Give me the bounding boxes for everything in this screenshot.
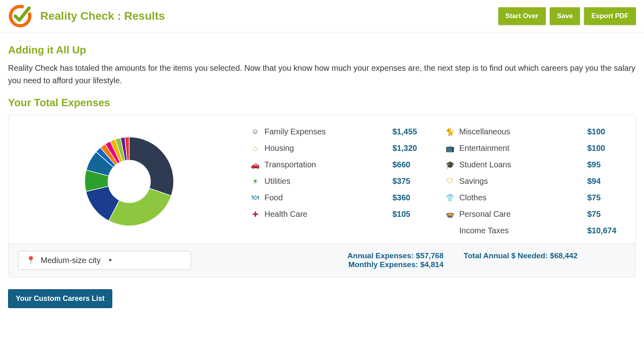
category-icon: 🚗 (250, 160, 260, 169)
category-value: $100 (587, 144, 627, 153)
category-label: Clothes (459, 193, 583, 202)
legend-row: Income Taxes$10,674 (445, 226, 627, 235)
total-needed: Total Annual $ Needed: $68,442 (464, 251, 578, 260)
category-icon: ⌂ (250, 144, 260, 152)
start-over-button[interactable]: Start Over (498, 7, 546, 25)
total-needed-label: Total Annual $ Needed: (464, 251, 548, 260)
category-value: $360 (392, 193, 433, 202)
donut-slice (129, 137, 173, 195)
annual-expenses-label: Annual Expenses: (347, 251, 414, 260)
category-label: Utilities (264, 177, 388, 186)
category-value: $100 (587, 127, 627, 136)
legend-row: 📺Entertainment$100 (445, 144, 627, 153)
expense-panel: ☺Family Expenses$1,455⌂Housing$1,320🚗Tra… (8, 115, 636, 277)
expense-footer: 📍 Medium-size city ▼ Annual Expenses: $5… (8, 243, 636, 277)
category-label: Housing (264, 144, 388, 153)
category-label: Savings (459, 177, 583, 186)
expense-body: ☺Family Expenses$1,455⌂Housing$1,320🚗Tra… (8, 115, 636, 243)
category-icon: ☺ (250, 128, 260, 136)
category-icon: 🛡 (445, 177, 455, 185)
category-icon: 👕 (445, 193, 455, 202)
category-value: $95 (587, 160, 627, 169)
legend-row: ✚Health Care$105 (250, 210, 433, 219)
category-value: $660 (392, 160, 433, 169)
legend-row: 🛡Savings$94 (445, 177, 627, 186)
chevron-down-icon: ▼ (108, 257, 113, 263)
page-title: Reality Check : Results (40, 10, 498, 23)
category-value: $1,320 (392, 144, 433, 153)
totals-summary: Annual Expenses: $57,768 Monthly Expense… (207, 251, 626, 269)
category-icon: 🐈 (445, 128, 455, 136)
legend-right-column: 🐈Miscellaneous$100📺Entertainment$100🎓Stu… (445, 127, 627, 235)
category-label: Health Care (264, 210, 388, 219)
legend-left-column: ☺Family Expenses$1,455⌂Housing$1,320🚗Tra… (250, 127, 433, 235)
monthly-expenses-label: Monthly Expenses: (348, 260, 418, 269)
category-value: $375 (392, 177, 433, 186)
intro-text: Reality Check has totaled the amounts fo… (8, 62, 636, 87)
expense-totals: Annual Expenses: $57,768 Monthly Expense… (347, 251, 444, 269)
city-size-select[interactable]: 📍 Medium-size city ▼ (18, 251, 191, 269)
main-content: Adding it All Up Reality Check has total… (0, 33, 644, 320)
adding-up-heading: Adding it All Up (8, 44, 636, 56)
export-pdf-button[interactable]: Export PDF (584, 7, 636, 25)
legend-row: 🐈Miscellaneous$100 (445, 127, 627, 136)
category-value: $75 (587, 210, 627, 219)
donut-chart (17, 133, 242, 230)
monthly-expenses-value: $4,814 (420, 260, 444, 269)
legend-row: ☺Family Expenses$1,455 (250, 127, 433, 136)
category-label: Student Loans (459, 160, 583, 169)
topbar: Reality Check : Results Start Over Save … (0, 0, 644, 33)
category-label: Income Taxes (459, 226, 583, 235)
legend-row: 🎓Student Loans$95 (445, 160, 627, 169)
legend-row: 🍽Food$360 (250, 193, 433, 202)
legend-row: ⌂Housing$1,320 (250, 144, 433, 153)
map-pin-icon: 📍 (26, 255, 36, 265)
save-button[interactable]: Save (550, 7, 580, 25)
legend-row: ☀Utilities$375 (250, 177, 433, 186)
donut-slice (109, 188, 171, 226)
category-label: Personal Care (459, 210, 583, 219)
category-value: $94 (587, 177, 627, 186)
category-icon: 🍽 (250, 193, 260, 202)
category-icon: 🍲 (445, 210, 455, 219)
legend-row: 👕Clothes$75 (445, 193, 627, 202)
category-label: Family Expenses (264, 127, 388, 136)
legend-row: 🍲Personal Care$75 (445, 210, 627, 219)
expense-legend: ☺Family Expenses$1,455⌂Housing$1,320🚗Tra… (250, 127, 627, 235)
category-icon: 🎓 (445, 160, 455, 169)
total-needed-value: $68,442 (550, 251, 578, 260)
logo-checkmark-icon (8, 4, 32, 28)
annual-expenses-value: $57,768 (416, 251, 444, 260)
city-selected-label: Medium-size city (41, 256, 101, 265)
category-icon: ☀ (250, 177, 260, 186)
category-icon: ✚ (250, 210, 260, 219)
category-label: Miscellaneous (459, 127, 583, 136)
legend-row: 🚗Transportation$660 (250, 160, 433, 169)
total-expenses-heading: Your Total Expenses (8, 97, 636, 109)
category-icon: 📺 (445, 144, 455, 153)
category-label: Transportation (264, 160, 388, 169)
category-value: $10,674 (587, 226, 627, 235)
header-actions: Start Over Save Export PDF (498, 7, 636, 25)
category-value: $105 (392, 210, 433, 219)
custom-careers-button[interactable]: Your Custom Careers List (8, 289, 112, 308)
category-value: $75 (587, 193, 627, 202)
category-label: Entertainment (459, 144, 583, 153)
category-value: $1,455 (392, 127, 433, 136)
category-label: Food (264, 193, 388, 202)
